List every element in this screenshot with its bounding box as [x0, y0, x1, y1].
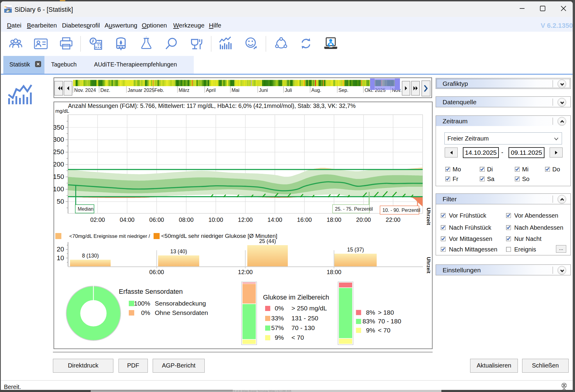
svg-text:08:00: 08:00 — [179, 216, 194, 223]
svg-text:22:00: 22:00 — [386, 216, 401, 223]
svg-text:25. - 75. Perzentil: 25. - 75. Perzentil — [335, 206, 373, 212]
svg-text:18:00: 18:00 — [326, 216, 341, 223]
svg-text:12:00: 12:00 — [238, 269, 253, 275]
svg-text:83%: 83% — [362, 318, 375, 325]
svg-text:06:00: 06:00 — [149, 216, 164, 223]
svg-text:02:00: 02:00 — [90, 216, 105, 223]
svg-text:8 (130): 8 (130) — [82, 253, 99, 259]
svg-text:04:00: 04:00 — [120, 216, 135, 223]
svg-text:< 70: < 70 — [291, 334, 304, 341]
svg-text:16:00: 16:00 — [297, 216, 312, 223]
svg-text:Nov. 2024: Nov. 2024 — [74, 88, 96, 93]
svg-text:70 - 180: 70 - 180 — [378, 318, 401, 325]
svg-text:10. - 90. Perzentil: 10. - 90. Perzentil — [382, 208, 420, 213]
svg-text:18:00: 18:00 — [326, 269, 341, 275]
svg-text:57%: 57% — [271, 324, 284, 331]
svg-text:Glukose im Zielbereich: Glukose im Zielbereich — [263, 294, 329, 301]
svg-text:Sensorabdeckung: Sensorabdeckung — [155, 300, 206, 307]
svg-text:Juli: Juli — [285, 88, 292, 93]
svg-text:8%: 8% — [366, 309, 375, 316]
svg-text:06:00: 06:00 — [149, 269, 164, 275]
svg-text:150: 150 — [54, 173, 64, 180]
svg-text:50: 50 — [57, 198, 64, 205]
svg-text:0%: 0% — [141, 309, 150, 316]
svg-text:> 180: > 180 — [378, 309, 394, 316]
svg-text:15 (37): 15 (37) — [347, 247, 364, 253]
svg-text:Anzahl Messungen (FGM): 5.766,: Anzahl Messungen (FGM): 5.766, Mittelwer… — [68, 102, 356, 109]
svg-text:Aug.: Aug. — [311, 88, 321, 93]
svg-text:Feb.: Feb. — [154, 88, 164, 93]
svg-text:250: 250 — [54, 148, 64, 156]
svg-text:0%: 0% — [275, 305, 284, 312]
svg-text:131 - 250: 131 - 250 — [291, 315, 318, 322]
svg-text:Uhrzeit: Uhrzeit — [426, 208, 431, 225]
svg-text:> 250 mg/dL: > 250 mg/dL — [291, 305, 327, 312]
svg-text:25 (44): 25 (44) — [259, 238, 276, 244]
svg-text:<70mg/dL Ereignisse mit niedri: <70mg/dL Ereignisse mit niedriger / — [69, 233, 150, 239]
svg-text:< 70: < 70 — [378, 327, 390, 334]
svg-text:350: 350 — [54, 124, 64, 131]
svg-text:70 - 130: 70 - 130 — [291, 324, 315, 331]
svg-text:April: April — [206, 88, 216, 93]
svg-text:10:00: 10:00 — [208, 216, 223, 223]
svg-text:20:00: 20:00 — [356, 216, 371, 223]
svg-text:12:00: 12:00 — [238, 216, 253, 223]
svg-text:Uhrzeit: Uhrzeit — [426, 257, 431, 274]
svg-text:März: März — [179, 88, 190, 93]
svg-text:9%: 9% — [366, 327, 375, 334]
svg-text:33%: 33% — [271, 315, 284, 322]
svg-text:100: 100 — [54, 185, 64, 193]
svg-text:Juni: Juni — [259, 88, 268, 93]
svg-text:13 (40): 13 (40) — [170, 248, 187, 254]
svg-text:Januar 2025: Januar 2025 — [128, 88, 154, 93]
svg-text:Dez.: Dez. — [100, 88, 110, 93]
svg-text:100%: 100% — [134, 300, 150, 307]
svg-text:300: 300 — [54, 136, 64, 143]
svg-text:Mai: Mai — [232, 88, 239, 93]
svg-text:200: 200 — [54, 160, 64, 168]
svg-text:9%: 9% — [275, 334, 284, 341]
svg-text:Sep.: Sep. — [339, 88, 349, 93]
svg-text:Erfasste Sensordaten: Erfasste Sensordaten — [119, 288, 183, 295]
svg-text:mg/dL: mg/dL — [55, 108, 69, 114]
svg-text:14:00: 14:00 — [268, 216, 282, 223]
svg-text:20: 20 — [57, 245, 64, 253]
svg-text:Ohne Sensordaten: Ohne Sensordaten — [155, 309, 208, 316]
svg-text:10: 10 — [57, 254, 64, 262]
svg-text:Median: Median — [78, 206, 93, 212]
